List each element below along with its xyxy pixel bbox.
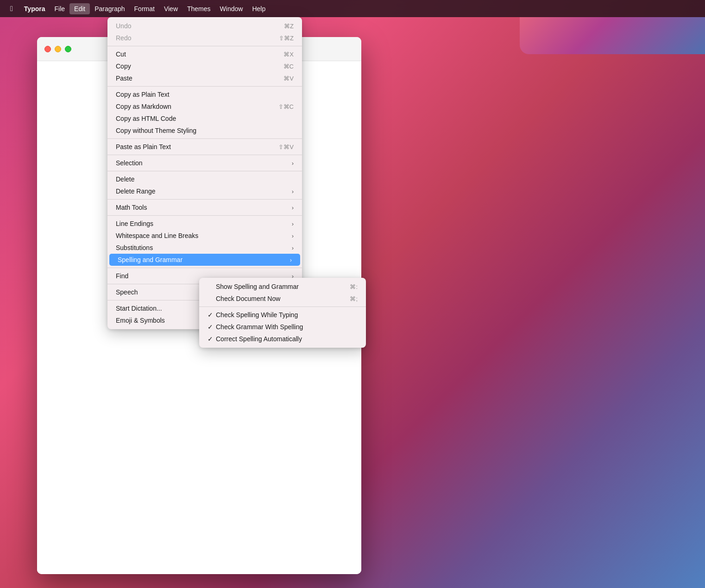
menu-item-paste-plain[interactable]: Paste as Plain Text ⇧⌘V	[107, 141, 302, 153]
menu-bar-items:  Typora File Edit Paragraph Format View…	[6, 3, 699, 15]
menu-themes[interactable]: Themes	[183, 3, 215, 14]
separator-7	[107, 215, 302, 216]
menu-file[interactable]: File	[50, 3, 69, 14]
menu-item-copy-no-theme[interactable]: Copy without Theme Styling	[107, 125, 302, 137]
separator-8	[107, 268, 302, 268]
window-maximize-button[interactable]	[65, 46, 71, 52]
menu-item-copy[interactable]: Copy ⌘C	[107, 60, 302, 72]
menu-item-redo[interactable]: Redo ⇧⌘Z	[107, 32, 302, 44]
separator-3	[107, 138, 302, 139]
menu-item-delete[interactable]: Delete	[107, 173, 302, 185]
gradient-decoration	[520, 17, 705, 54]
submenu-item-check-now[interactable]: Check Document Now ⌘;	[199, 293, 366, 305]
menu-edit[interactable]: Edit	[69, 3, 90, 14]
window-minimize-button[interactable]	[55, 46, 61, 52]
submenu-separator-1	[199, 307, 366, 307]
menu-view[interactable]: View	[159, 3, 183, 14]
submenu-item-check-grammar[interactable]: ✓ Check Grammar With Spelling	[199, 321, 366, 333]
menu-item-cut[interactable]: Cut ⌘X	[107, 48, 302, 60]
menu-item-whitespace[interactable]: Whitespace and Line Breaks ›	[107, 230, 302, 242]
menu-paragraph[interactable]: Paragraph	[90, 3, 129, 14]
window-close-button[interactable]	[44, 46, 51, 52]
menu-typora[interactable]: Typora	[19, 3, 50, 14]
menu-item-delete-range[interactable]: Delete Range ›	[107, 185, 302, 197]
submenu-item-correct-auto[interactable]: ✓ Correct Spelling Automatically	[199, 333, 366, 345]
menu-item-substitutions[interactable]: Substitutions ›	[107, 242, 302, 254]
menu-bar:  Typora File Edit Paragraph Format View…	[0, 0, 705, 17]
menu-item-paste[interactable]: Paste ⌘V	[107, 72, 302, 84]
separator-4	[107, 155, 302, 155]
menu-help[interactable]: Help	[247, 3, 270, 14]
separator-1	[107, 46, 302, 46]
menu-item-line-endings[interactable]: Line Endings ›	[107, 218, 302, 230]
separator-2	[107, 86, 302, 87]
menu-item-copy-markdown[interactable]: Copy as Markdown ⇧⌘C	[107, 100, 302, 113]
menu-item-undo[interactable]: Undo ⌘Z	[107, 20, 302, 32]
spelling-grammar-submenu: Show Spelling and Grammar ⌘: Check Docum…	[199, 278, 366, 348]
menu-format[interactable]: Format	[130, 3, 159, 14]
menu-item-spelling-grammar[interactable]: Spelling and Grammar ›	[109, 254, 300, 266]
menu-item-copy-plain[interactable]: Copy as Plain Text	[107, 88, 302, 100]
apple-menu[interactable]: 	[6, 3, 18, 15]
separator-5	[107, 171, 302, 171]
menu-item-copy-html[interactable]: Copy as HTML Code	[107, 113, 302, 125]
submenu-item-show-spelling[interactable]: Show Spelling and Grammar ⌘:	[199, 281, 366, 293]
menu-window[interactable]: Window	[215, 3, 248, 14]
menu-item-math-tools[interactable]: Math Tools ›	[107, 201, 302, 213]
separator-6	[107, 199, 302, 200]
submenu-item-check-while-typing[interactable]: ✓ Check Spelling While Typing	[199, 309, 366, 321]
menu-item-selection[interactable]: Selection ›	[107, 157, 302, 169]
